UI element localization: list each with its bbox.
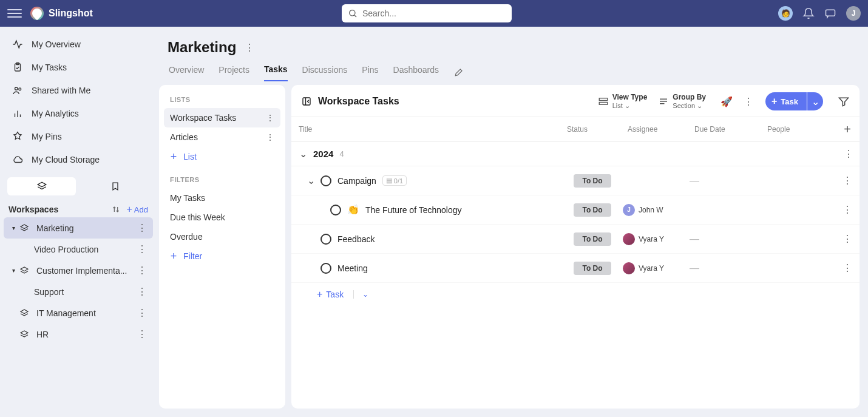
layers-icon xyxy=(36,181,47,192)
add-task-row: + Task ⌄ xyxy=(291,283,860,306)
complete-toggle[interactable] xyxy=(320,234,331,245)
rocket-icon[interactable]: 🚀 xyxy=(721,96,733,107)
workspace-it[interactable]: ▾ IT Management ⋮ xyxy=(4,302,153,324)
task-row[interactable]: ⌄ Campaign ▤0/1 To Do — ⋮ xyxy=(291,166,860,195)
nav-pins[interactable]: My Pins xyxy=(4,125,153,148)
more-icon[interactable]: ⋮ xyxy=(835,204,860,215)
add-task-dropdown[interactable]: ⌄ xyxy=(353,290,368,299)
filter-due-week[interactable]: Due this Week xyxy=(164,208,280,227)
layers-icon xyxy=(19,266,30,276)
more-icon[interactable]: ⋮ xyxy=(844,148,852,160)
more-icon[interactable]: ⋮ xyxy=(266,113,274,123)
nav-analytics[interactable]: My Analytics xyxy=(4,102,153,125)
workspace-marketing[interactable]: ▾ Marketing ⋮ xyxy=(4,217,153,239)
layers-tab[interactable] xyxy=(7,177,76,195)
page-more-icon[interactable]: ⋮ xyxy=(245,42,254,53)
tab-tasks[interactable]: Tasks xyxy=(264,64,288,81)
assignee-name: Vyara Y xyxy=(639,264,664,273)
filter-my-tasks[interactable]: My Tasks xyxy=(164,188,280,208)
more-icon[interactable]: ⋮ xyxy=(137,307,148,319)
chevron-down-icon[interactable]: ⌄ xyxy=(307,175,314,186)
status-badge[interactable]: To Do xyxy=(574,174,611,188)
sort-icon[interactable] xyxy=(111,205,121,214)
more-icon[interactable]: ⋮ xyxy=(137,222,148,234)
task-row[interactable]: Feedback To Do Vyara Y — ⋮ xyxy=(291,225,860,254)
list-workspace-tasks[interactable]: Workspace Tasks ⋮ xyxy=(164,108,280,127)
col-people[interactable]: People xyxy=(762,125,835,134)
svg-rect-17 xyxy=(599,98,608,101)
user-avatar[interactable]: J xyxy=(846,6,861,21)
nav-cloud[interactable]: My Cloud Storage xyxy=(4,148,153,171)
workspace-hr[interactable]: ▾ HR ⋮ xyxy=(4,324,153,345)
more-icon[interactable]: ⋮ xyxy=(137,286,148,297)
more-icon[interactable]: ⋮ xyxy=(137,243,148,255)
complete-toggle[interactable] xyxy=(320,175,331,186)
nav-my-tasks[interactable]: My Tasks xyxy=(4,56,153,79)
assignee-name: Vyara Y xyxy=(639,235,664,243)
nav-my-overview[interactable]: My Overview xyxy=(4,33,153,56)
more-icon[interactable]: ⋮ xyxy=(835,262,860,274)
bell-icon[interactable] xyxy=(802,7,815,19)
new-task-button[interactable]: + Task xyxy=(765,92,807,110)
add-task-button[interactable]: + Task xyxy=(317,289,344,300)
status-badge[interactable]: To Do xyxy=(574,262,611,275)
tab-dashboards[interactable]: Dashboards xyxy=(393,65,439,81)
chevron-down-icon: ⌄ xyxy=(812,96,819,107)
col-assignee[interactable]: Assignee xyxy=(623,125,690,134)
complete-toggle[interactable] xyxy=(330,205,341,215)
status-badge[interactable]: To Do xyxy=(574,232,611,246)
more-icon[interactable]: ⋮ xyxy=(266,132,274,142)
view-type-control[interactable]: View Type List ⌄ xyxy=(598,93,648,109)
search-box[interactable] xyxy=(342,4,512,22)
hamburger-menu-icon[interactable] xyxy=(7,6,22,21)
filter-overdue[interactable]: Overdue xyxy=(164,227,280,246)
chevron-down-icon[interactable]: ▾ xyxy=(12,267,18,274)
search-input[interactable] xyxy=(362,8,506,18)
lists-label: LISTS xyxy=(164,93,280,108)
chevron-down-icon[interactable]: ⌄ xyxy=(299,148,307,160)
support-avatar-icon[interactable]: 🧑 xyxy=(778,6,793,21)
workspace-ci[interactable]: ▾ Customer Implementa... ⋮ xyxy=(4,260,153,281)
more-icon[interactable]: ⋮ xyxy=(137,328,148,340)
tab-pins[interactable]: Pins xyxy=(362,65,378,81)
col-status[interactable]: Status xyxy=(562,125,623,134)
col-title[interactable]: Title xyxy=(291,125,562,134)
edit-icon[interactable] xyxy=(453,68,463,78)
complete-toggle[interactable] xyxy=(320,263,331,274)
nav-shared[interactable]: Shared with Me xyxy=(4,79,153,102)
workspace-video[interactable]: Video Production ⋮ xyxy=(4,239,153,260)
add-column-button[interactable]: + xyxy=(835,123,860,137)
more-icon[interactable]: ⋮ xyxy=(835,233,860,245)
filters-label: FILTERS xyxy=(164,174,280,188)
panel-more-icon[interactable]: ⋮ xyxy=(744,96,753,107)
tab-overview[interactable]: Overview xyxy=(169,65,204,81)
chat-icon[interactable] xyxy=(824,7,836,19)
task-row[interactable]: 👏 The Future of Technology To Do J John … xyxy=(291,195,860,225)
tab-discussions[interactable]: Discussions xyxy=(302,65,348,81)
status-badge[interactable]: To Do xyxy=(574,203,611,217)
add-filter-button[interactable]: + Filter xyxy=(164,246,280,266)
add-workspace-button[interactable]: +Add xyxy=(127,204,148,215)
col-due[interactable]: Due Date xyxy=(690,125,762,134)
view-type-label: View Type xyxy=(612,93,648,101)
new-task-dropdown[interactable]: ⌄ xyxy=(807,92,823,110)
tab-projects[interactable]: Projects xyxy=(219,65,249,81)
svg-point-6 xyxy=(19,88,21,90)
list-articles[interactable]: Articles ⋮ xyxy=(164,127,280,147)
workspace-support[interactable]: Support ⋮ xyxy=(4,281,153,302)
more-icon[interactable]: ⋮ xyxy=(137,265,148,276)
add-list-button[interactable]: + List xyxy=(164,147,280,166)
group-by-control[interactable]: Group By Section ⌄ xyxy=(658,93,706,109)
panel-collapse-icon[interactable] xyxy=(301,96,312,107)
task-row[interactable]: Meeting To Do Vyara Y — ⋮ xyxy=(291,254,860,283)
chevron-down-icon[interactable]: ▾ xyxy=(12,225,18,231)
sidebar: My Overview My Tasks Shared with Me My A… xyxy=(0,27,157,417)
svg-marker-14 xyxy=(21,331,28,335)
bookmark-tab[interactable] xyxy=(81,177,149,195)
filter-icon[interactable] xyxy=(838,95,850,107)
group-header[interactable]: ⌄ 2024 4 ⋮ xyxy=(291,142,860,166)
main: Marketing ⋮ Overview Projects Tasks Disc… xyxy=(157,27,868,417)
svg-marker-10 xyxy=(38,182,46,187)
brand[interactable]: Slingshot xyxy=(30,7,93,20)
more-icon[interactable]: ⋮ xyxy=(835,175,860,186)
